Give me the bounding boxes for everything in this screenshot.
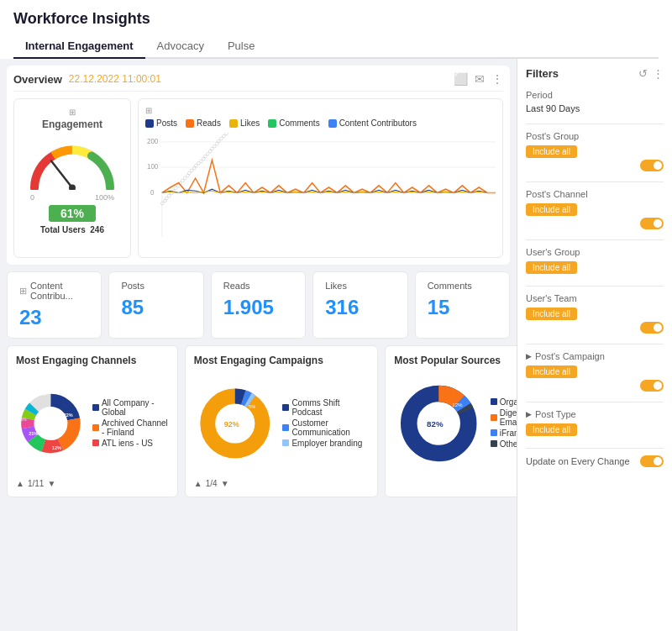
- line-chart-area: ⊞ Posts Reads: [138, 98, 503, 258]
- campaigns-dot-2: [282, 424, 289, 431]
- legend-dot-contributors: [328, 119, 337, 128]
- more-icon[interactable]: ⋮: [491, 72, 503, 86]
- gauge-total: Total Users 246: [40, 225, 104, 234]
- filter-posts-campaign: ▶ Post's Campaign Include all: [526, 351, 664, 392]
- overview-card: Overview 22.12.2022 11:00:01 ⬜ ✉ ⋮ ⊞ Eng…: [7, 66, 510, 265]
- filter-period: Period Last 90 Days: [526, 90, 664, 113]
- legend-dot-posts: [145, 119, 154, 128]
- sources-card: Most Popular Sources: [385, 345, 517, 497]
- tab-advocacy[interactable]: Advocacy: [145, 34, 216, 59]
- sources-dot-1: [491, 398, 497, 405]
- posts-group-badge[interactable]: Include all: [526, 145, 577, 158]
- posts-group-toggle[interactable]: [640, 160, 664, 171]
- email-icon[interactable]: ✉: [475, 72, 485, 86]
- stat-value-posts: 85: [121, 296, 191, 319]
- legend-likes: Likes: [229, 118, 260, 128]
- chart-expand-icon[interactable]: ⊞: [145, 106, 496, 115]
- posts-group-label: Post's Group: [526, 131, 664, 141]
- campaigns-footer: ▲ 1/4 ▼: [194, 479, 369, 488]
- campaigns-nav-up[interactable]: ▲: [194, 479, 202, 488]
- svg-text:⬡⬡⬡⬡⬡⬡⬡⬡⬡⬡⬡⬡⬡⬡⬡⬡⬡⬡⬡⬡⬡⬡⬡⬡⬡⬡⬡⬡⬡⬡: ⬡⬡⬡⬡⬡⬡⬡⬡⬡⬡⬡⬡⬡⬡⬡⬡⬡⬡⬡⬡⬡⬡⬡⬡⬡⬡⬡⬡⬡⬡⬡⬡⬡⬡⬡⬡⬡⬡⬡⬡…: [159, 133, 262, 206]
- filters-sidebar: Filters ↺ ⋮ Period Last 90 Days Post's G…: [517, 59, 672, 631]
- posts-channel-badge[interactable]: Include all: [526, 203, 577, 216]
- total-value: 246: [90, 225, 104, 234]
- sources-dot-2: [491, 414, 497, 421]
- tab-pulse[interactable]: Pulse: [216, 34, 267, 59]
- sources-dot-4: [491, 440, 497, 447]
- sources-legend: Organic Digest Email iFrame: [491, 397, 517, 450]
- engagement-widget: ⊞ Engagement: [13, 98, 131, 258]
- overview-content: ⊞ Engagement: [13, 98, 503, 258]
- overview-label: Overview: [13, 73, 62, 86]
- svg-text:12%: 12%: [52, 445, 61, 450]
- filter-posts-channel: Post's Channel Include all: [526, 189, 664, 229]
- posts-channel-label: Post's Channel: [526, 189, 664, 199]
- channels-dot-3: [92, 439, 99, 446]
- stats-row: ⊞ Content Contribu... 23 Posts 85 Reads …: [7, 271, 510, 339]
- expand-icon[interactable]: ⊞: [69, 108, 76, 117]
- campaigns-dot-3: [282, 439, 289, 446]
- header: Workforce Insights Internal Engagement A…: [0, 0, 672, 59]
- divider-4: [526, 286, 664, 287]
- posts-campaign-badge[interactable]: Include all: [526, 365, 577, 378]
- stat-card-posts: Posts 85: [108, 271, 203, 339]
- post-type-header[interactable]: ▶ Post Type: [526, 409, 664, 419]
- channels-nav-down[interactable]: ▼: [47, 479, 55, 488]
- campaigns-legend-1: Comms Shift Podcast: [282, 398, 369, 417]
- pdf-icon[interactable]: ⬜: [454, 72, 468, 86]
- gauge-labels: 0 100%: [30, 193, 114, 202]
- posts-channel-toggle[interactable]: [640, 218, 664, 229]
- svg-text:5%: 5%: [21, 418, 28, 422]
- legend-label-comments: Comments: [279, 118, 319, 128]
- divider-7: [526, 448, 664, 449]
- post-type-badge[interactable]: Include all: [526, 423, 577, 436]
- campaigns-legend: Comms Shift Podcast Customer Communicati…: [282, 398, 369, 450]
- users-group-badge[interactable]: Include all: [526, 261, 577, 274]
- period-value: Last 90 Days: [526, 103, 664, 113]
- filters-title: Filters: [526, 67, 559, 80]
- gauge-svg: [26, 135, 118, 190]
- post-type-label: Post Type: [535, 409, 576, 419]
- legend-label-contributors: Content Contributors: [339, 118, 417, 128]
- posts-campaign-arrow: ▶: [526, 352, 532, 360]
- update-toggle[interactable]: [640, 455, 664, 467]
- filters-more-icon[interactable]: ⋮: [653, 67, 664, 80]
- stat-value-likes: 316: [325, 296, 395, 319]
- sources-donut-container: 82% 12% Organic Digest Email: [394, 373, 517, 474]
- svg-line-0: [51, 161, 72, 188]
- tab-bar: Internal Engagement Advocacy Pulse: [13, 34, 659, 59]
- tab-internal-engagement[interactable]: Internal Engagement: [13, 34, 145, 59]
- users-team-toggle[interactable]: [640, 322, 664, 334]
- legend-contributors: Content Contributors: [328, 118, 417, 128]
- divider-6: [526, 402, 664, 402]
- refresh-icon[interactable]: ↺: [638, 67, 648, 80]
- gauge-container: [26, 135, 118, 190]
- sources-legend-4: Others: [491, 439, 517, 449]
- users-team-badge[interactable]: Include all: [526, 308, 577, 320]
- gauge-percent: 61%: [49, 205, 96, 222]
- posts-campaign-header[interactable]: ▶ Post's Campaign: [526, 351, 664, 361]
- sources-legend-2: Digest Email: [491, 408, 517, 427]
- channels-nav-up[interactable]: ▲: [16, 479, 24, 488]
- stat-card-likes: Likes 316: [312, 271, 407, 339]
- filter-post-type: ▶ Post Type Include all: [526, 409, 664, 438]
- app-title: Workforce Insights: [13, 10, 659, 28]
- campaigns-nav-down[interactable]: ▼: [221, 479, 229, 488]
- stat-card-contributors: ⊞ Content Contribu... 23: [7, 271, 102, 339]
- campaigns-donut-svg: 92% 5%: [194, 373, 276, 474]
- posts-campaign-toggle[interactable]: [640, 380, 664, 392]
- stat-icon-contributors: ⊞: [19, 286, 27, 297]
- channels-legend-3: ATL iens - US: [92, 439, 169, 448]
- overview-actions: ⬜ ✉ ⋮: [454, 72, 503, 86]
- legend-dot-comments: [268, 119, 276, 128]
- channels-legend-2: Archived Channel - Finland: [92, 418, 169, 437]
- stat-label-contributors: ⊞ Content Contribu...: [19, 281, 89, 301]
- stat-card-reads: Reads 1.905: [211, 271, 306, 339]
- channels-legend-1: All Company - Global: [92, 398, 169, 417]
- svg-text:12%: 12%: [452, 402, 463, 408]
- sources-legend-3: iFrame: [491, 429, 517, 438]
- svg-text:0: 0: [150, 187, 155, 196]
- main-layout: Overview 22.12.2022 11:00:01 ⬜ ✉ ⋮ ⊞ Eng…: [0, 59, 672, 631]
- users-team-label: User's Team: [526, 293, 664, 303]
- filters-header: Filters ↺ ⋮: [526, 67, 664, 80]
